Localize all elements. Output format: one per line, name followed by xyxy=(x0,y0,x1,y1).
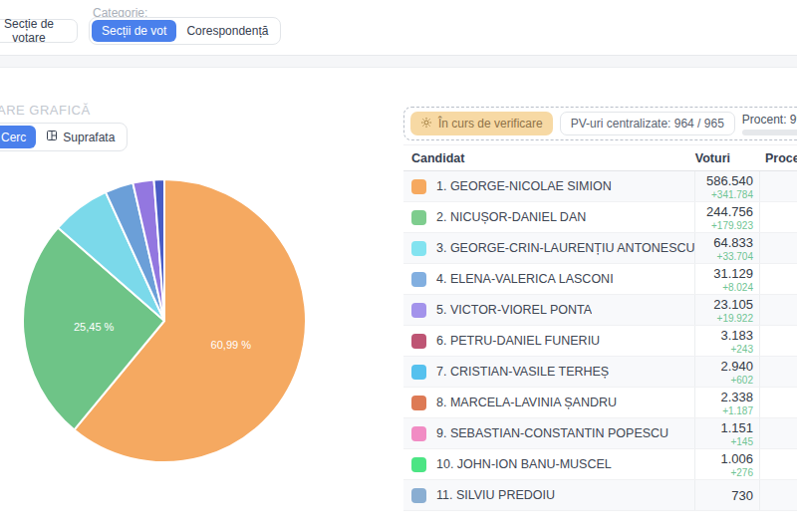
candidate-name: 9. SEBASTIAN-CONSTANTIN POPESCU xyxy=(436,426,668,440)
percent-cell xyxy=(759,233,797,263)
table-row[interactable]: 1. GEORGE-NICOLAE SIMION586.540+341.784 xyxy=(403,171,797,202)
percent-cell xyxy=(759,480,797,510)
candidate-color-swatch xyxy=(411,210,426,225)
category-button-group: Secții de vot Corespondență xyxy=(89,17,281,45)
percent-cell xyxy=(759,295,797,325)
table-header-row: Candidat Voturi Procent xyxy=(403,144,797,171)
table-row[interactable]: 8. MARCELA-LAVINIA ȘANDRU2.338+1.187 xyxy=(403,388,797,418)
filter-button-sectie-de-votare[interactable]: Secție de votare xyxy=(0,19,78,43)
verification-status-label: În curs de verificare xyxy=(438,117,543,131)
votes-delta: +276 xyxy=(730,467,753,478)
percent-progress-block: Procent: 99,90 % xyxy=(742,113,797,135)
candidate-color-swatch xyxy=(411,488,426,503)
treemap-icon xyxy=(46,130,58,144)
votes-value: 23.105 xyxy=(713,297,753,312)
percent-cell xyxy=(759,326,797,356)
candidate-name: 8. MARCELA-LAVINIA ȘANDRU xyxy=(436,396,617,409)
votes-delta: +243 xyxy=(730,344,753,355)
votes-delta: +145 xyxy=(730,436,753,447)
candidate-name: 2. NICUȘOR-DANIEL DAN xyxy=(436,210,586,224)
candidate-color-swatch xyxy=(411,396,426,410)
votes-delta: +341.784 xyxy=(711,189,753,200)
pv-centralized-badge: PV-uri centralizate: 964 / 965 xyxy=(560,112,735,135)
percent-cell xyxy=(759,202,797,232)
candidate-color-swatch xyxy=(411,179,426,194)
view-button-suprafata-label: Suprafata xyxy=(63,131,115,144)
table-row[interactable]: 11. SILVIU PREDOIU730 xyxy=(403,480,797,511)
candidate-name: 11. SILVIU PREDOIU xyxy=(436,488,555,502)
candidate-color-swatch xyxy=(411,272,426,287)
table-row[interactable]: 7. CRISTIAN-VASILE TERHEȘ2.940+602 xyxy=(403,357,797,388)
graphic-section-heading: ARE GRAFICĂ xyxy=(0,103,91,118)
candidate-name: 6. PETRU-DANIEL FUNERIU xyxy=(436,334,600,348)
votes-value: 244.756 xyxy=(706,204,753,219)
column-header-votes: Voturi xyxy=(694,151,759,165)
percent-cell xyxy=(759,388,797,417)
section-divider xyxy=(0,55,797,68)
view-button-suprafata[interactable]: Suprafata xyxy=(36,126,125,148)
percent-label: Procent: 99,90 % xyxy=(742,113,797,127)
gear-icon xyxy=(420,117,432,132)
candidate-color-swatch xyxy=(411,303,426,318)
votes-delta: +179.923 xyxy=(711,220,753,231)
candidate-color-swatch xyxy=(411,457,426,472)
table-row[interactable]: 5. VICTOR-VIOREL PONTA23.105+19.922 xyxy=(403,295,797,326)
percent-cell xyxy=(759,264,797,294)
votes-value: 730 xyxy=(731,488,753,503)
table-row[interactable]: 9. SEBASTIAN-CONSTANTIN POPESCU1.151+145 xyxy=(403,418,797,449)
view-button-cerc[interactable]: Cerc xyxy=(0,126,36,148)
candidate-color-swatch xyxy=(411,365,426,380)
candidate-color-swatch xyxy=(411,334,426,349)
filter-button-corespondenta[interactable]: Corespondență xyxy=(176,20,278,42)
percent-cell xyxy=(759,418,797,448)
percent-cell xyxy=(759,357,797,387)
pie-slice-label: 60,99 % xyxy=(211,339,252,351)
candidate-name: 4. ELENA-VALERICA LASCONI xyxy=(436,272,614,286)
verification-status-badge: În curs de verificare xyxy=(410,112,553,135)
votes-value: 2.338 xyxy=(720,390,753,404)
candidate-name: 1. GEORGE-NICOLAE SIMION xyxy=(436,179,612,193)
percent-progress-track xyxy=(742,130,797,135)
table-body: 1. GEORGE-NICOLAE SIMION586.540+341.7842… xyxy=(403,171,797,511)
votes-value: 1.006 xyxy=(720,451,753,466)
votes-delta: +8.024 xyxy=(722,282,753,293)
pv-centralized-label: PV-uri centralizate: 964 / 965 xyxy=(571,117,724,131)
candidate-name: 3. GEORGE-CRIN-LAURENȚIU ANTONESCU xyxy=(436,241,694,255)
votes-delta: +33.704 xyxy=(717,251,753,262)
table-row[interactable]: 10. JOHN-ION BANU-MUSCEL1.006+276 xyxy=(403,449,797,480)
votes-delta: +19.922 xyxy=(717,313,753,324)
view-button-cerc-label: Cerc xyxy=(1,131,26,144)
table-row[interactable]: 3. GEORGE-CRIN-LAURENȚIU ANTONESCU64.833… xyxy=(403,233,797,264)
column-header-percent: Procent xyxy=(759,151,797,165)
percent-cell xyxy=(759,171,797,201)
results-table: Candidat Voturi Procent 1. GEORGE-NICOLA… xyxy=(403,144,797,511)
votes-delta: +602 xyxy=(730,375,753,386)
candidate-name: 7. CRISTIAN-VASILE TERHEȘ xyxy=(436,365,609,379)
column-header-candidate: Candidat xyxy=(403,151,694,165)
votes-value: 586.540 xyxy=(706,173,753,188)
votes-value: 1.151 xyxy=(720,420,753,435)
votes-delta: +1.187 xyxy=(722,405,753,416)
candidate-color-swatch xyxy=(411,426,426,441)
votes-value: 64.833 xyxy=(713,235,753,250)
status-bar: În curs de verificare PV-uri centralizat… xyxy=(403,107,797,140)
votes-value: 31.129 xyxy=(713,266,753,281)
table-row[interactable]: 2. NICUȘOR-DANIEL DAN244.756+179.923 xyxy=(403,202,797,233)
votes-value: 3.183 xyxy=(720,328,753,343)
topbar: Categorie: Secție de votare Secții de vo… xyxy=(0,0,797,55)
candidate-name: 5. VICTOR-VIOREL PONTA xyxy=(436,303,592,317)
table-row[interactable]: 6. PETRU-DANIEL FUNERIU3.183+243 xyxy=(403,326,797,357)
pie-chart: 60,99 %25,45 % xyxy=(20,176,309,465)
percent-cell xyxy=(759,449,797,479)
chart-view-toggle: Cerc Suprafata xyxy=(0,123,128,151)
pie-slice-label: 25,45 % xyxy=(74,321,115,333)
votes-value: 2.940 xyxy=(720,359,753,374)
filter-button-sectii-de-vot[interactable]: Secții de vot xyxy=(92,20,176,42)
candidate-color-swatch xyxy=(411,241,426,256)
table-row[interactable]: 4. ELENA-VALERICA LASCONI31.129+8.024 xyxy=(403,264,797,295)
candidate-name: 10. JOHN-ION BANU-MUSCEL xyxy=(436,457,612,471)
